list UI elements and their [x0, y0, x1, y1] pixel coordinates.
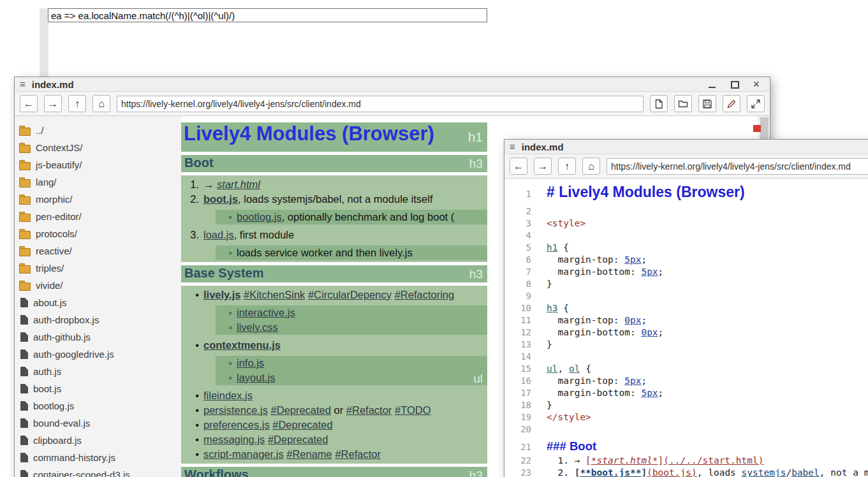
- hamburger-icon[interactable]: ≡: [20, 77, 26, 91]
- filter-expression-input[interactable]: [48, 8, 487, 22]
- file-name: boot.js: [33, 383, 61, 394]
- editor-line[interactable]: 12 margin-bottom: 0px;: [504, 327, 868, 339]
- file-list-item[interactable]: lang/: [15, 173, 181, 191]
- list-marker: •: [184, 388, 199, 403]
- md-link[interactable]: #Rename: [286, 448, 332, 460]
- editor-line[interactable]: 20: [504, 424, 868, 436]
- url-input[interactable]: [117, 96, 644, 112]
- file-list-item[interactable]: command-history.js: [15, 449, 181, 466]
- code-editor[interactable]: 1# Lively4 Modules (Browser)23<style>45h…: [504, 179, 868, 477]
- editor-line[interactable]: 9: [504, 291, 868, 303]
- md-link[interactable]: persistence.js: [203, 404, 268, 416]
- hamburger-icon[interactable]: ≡: [510, 140, 515, 154]
- md-link[interactable]: load.js: [203, 229, 234, 240]
- editor-line[interactable]: 14: [504, 351, 868, 363]
- file-list-item[interactable]: reactive/: [15, 242, 181, 260]
- edit-button[interactable]: [723, 95, 740, 112]
- md-link[interactable]: messaging.js: [203, 434, 265, 445]
- file-list-item[interactable]: auth-dropbox.js: [15, 311, 181, 328]
- editor-line[interactable]: 18}: [504, 400, 868, 412]
- back-button[interactable]: ←: [510, 158, 527, 175]
- md-link[interactable]: bootlog.js: [237, 211, 282, 223]
- editor-line[interactable]: 11 margin-top: 0px;: [504, 315, 868, 327]
- md-link[interactable]: info.js: [237, 357, 264, 369]
- md-link[interactable]: #TODO: [395, 404, 431, 416]
- file-list-item[interactable]: pen-editor/: [15, 208, 181, 225]
- forward-button[interactable]: →: [534, 158, 552, 175]
- md-link[interactable]: start.html: [217, 179, 260, 190]
- file-list-item[interactable]: auth-github.js: [15, 328, 181, 346]
- file-list-item[interactable]: protocols/: [15, 225, 181, 242]
- close-button[interactable]: ×: [753, 80, 760, 89]
- back-button[interactable]: ←: [20, 95, 38, 112]
- maximize-button[interactable]: [730, 80, 739, 89]
- text-segment: systemjs: [742, 467, 786, 477]
- editor-line[interactable]: 17 margin-bottom: 5px;: [504, 388, 868, 400]
- md-link[interactable]: interactive.js: [237, 307, 295, 318]
- file-list-item[interactable]: morphic/: [15, 191, 181, 208]
- file-list-item[interactable]: boot.js: [15, 380, 181, 397]
- file-list-item[interactable]: ContextJS/: [15, 139, 181, 156]
- editor-line[interactable]: 8}: [504, 279, 868, 291]
- editor-line[interactable]: 1# Lively4 Modules (Browser): [504, 182, 868, 202]
- home-button[interactable]: ⌂: [582, 158, 600, 175]
- file-list-item[interactable]: vivide/: [15, 277, 181, 294]
- editor-line[interactable]: 10h3 {: [504, 303, 868, 315]
- editor-line[interactable]: 21### Boot: [504, 439, 868, 454]
- save-button[interactable]: [698, 95, 716, 112]
- file-list-item[interactable]: about.js: [15, 294, 181, 311]
- md-heading-text: Workflows: [184, 467, 249, 477]
- file-list-item[interactable]: triples/: [15, 260, 181, 277]
- forward-button[interactable]: →: [44, 95, 62, 112]
- editor-line[interactable]: 22 1. → [*start.html*](../../start.html): [504, 455, 868, 467]
- file-list-item[interactable]: js-beautify/: [15, 156, 181, 173]
- file-list-item[interactable]: bootlog.js: [15, 397, 181, 415]
- editor-line[interactable]: 13}: [504, 339, 868, 351]
- file-list-item[interactable]: clipboard.js: [15, 432, 181, 449]
- editor-line[interactable]: 16 margin-top: 5px;: [504, 376, 868, 388]
- editor-line[interactable]: 5h1 {: [504, 242, 868, 254]
- md-link[interactable]: #KitchenSink: [244, 289, 305, 300]
- url-input[interactable]: [607, 158, 868, 175]
- minimize-button[interactable]: [708, 80, 716, 89]
- md-link[interactable]: boot.js: [203, 193, 238, 205]
- md-link[interactable]: #Deprecated: [270, 404, 330, 416]
- fullscreen-button[interactable]: [747, 95, 765, 112]
- md-link[interactable]: #Refactor: [335, 448, 381, 460]
- md-link[interactable]: #Deprecated: [268, 434, 328, 445]
- md-link[interactable]: #Refactoring: [395, 289, 455, 300]
- md-link[interactable]: fileindex.js: [203, 390, 253, 401]
- md-link[interactable]: preferences.js: [203, 419, 270, 430]
- md-list-item: ◦bootlog.js, optionally benchmark and lo…: [216, 210, 487, 224]
- editor-line[interactable]: 23 2. [**boot.js**](boot.js), loads syst…: [504, 467, 868, 477]
- md-link[interactable]: contextmenu.js: [203, 339, 281, 351]
- md-list-item: •messaging.js #Deprecated: [181, 432, 487, 447]
- md-link[interactable]: lively.css: [237, 321, 278, 333]
- editor-line[interactable]: 3<style>: [504, 218, 868, 230]
- open-folder-button[interactable]: [674, 95, 692, 112]
- md-link[interactable]: script-manager.js: [203, 448, 284, 460]
- home-button[interactable]: ⌂: [92, 95, 110, 112]
- file-list-item[interactable]: auth-googledrive.js: [15, 346, 181, 363]
- file-list-item[interactable]: container-scoped-d3.js: [15, 466, 181, 477]
- editor-line[interactable]: 6 margin-top: 5px;: [504, 254, 868, 267]
- title-bar[interactable]: ≡ index.md ×: [15, 77, 770, 92]
- editor-line[interactable]: 19</style>: [504, 412, 868, 424]
- file-list-item[interactable]: auth.js: [15, 363, 181, 380]
- md-link[interactable]: #CircularDepency: [308, 289, 392, 300]
- title-bar[interactable]: ≡ index.md: [504, 140, 868, 154]
- new-file-button[interactable]: [650, 95, 668, 112]
- file-list-item[interactable]: bound-eval.js: [15, 415, 181, 432]
- editor-line[interactable]: 7 margin-bottom: 5px;: [504, 267, 868, 279]
- md-link[interactable]: lively.js: [203, 289, 240, 300]
- up-button[interactable]: ↑: [68, 95, 86, 112]
- editor-line[interactable]: 15ul, ol {: [504, 363, 868, 376]
- up-button[interactable]: ↑: [558, 158, 576, 175]
- md-link[interactable]: layout.js: [237, 372, 276, 383]
- file-list-item[interactable]: ../: [15, 122, 181, 139]
- md-link[interactable]: #Deprecated: [272, 419, 332, 430]
- text-segment: ;: [658, 267, 664, 277]
- md-link[interactable]: #Refactor: [346, 404, 392, 416]
- editor-line[interactable]: 4: [504, 230, 868, 242]
- editor-line[interactable]: 2: [504, 206, 868, 218]
